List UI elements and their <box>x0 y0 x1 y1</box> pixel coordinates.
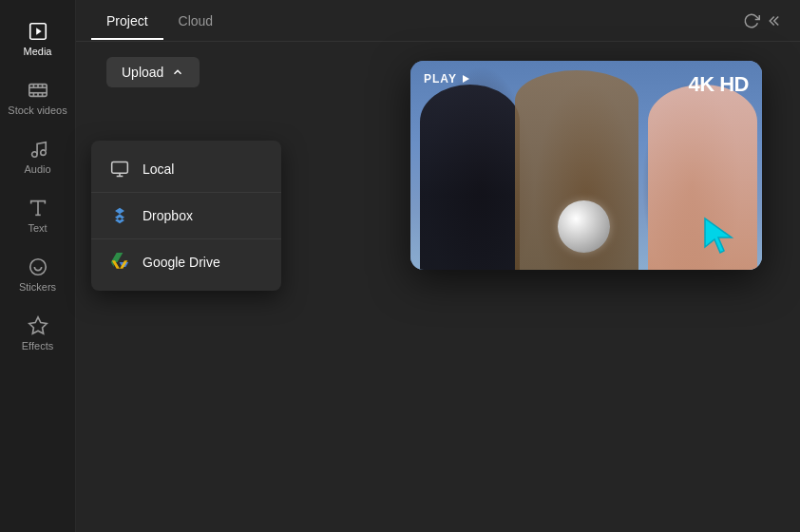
main-panel: Project Cloud Upload <box>76 0 800 532</box>
sidebar-item-text[interactable]: Text <box>0 186 75 245</box>
dropdown-item-dropbox[interactable]: Dropbox <box>91 193 281 239</box>
play-icon <box>461 74 470 84</box>
svg-marker-24 <box>705 218 732 253</box>
play-square-icon <box>28 21 48 42</box>
sidebar: Media Stock videos Audio Text <box>0 0 76 532</box>
sidebar-item-stock-videos[interactable]: Stock videos <box>0 68 75 127</box>
media-label: Media <box>24 46 52 57</box>
tab-project[interactable]: Project <box>91 4 163 40</box>
stickers-icon <box>28 256 48 277</box>
content-area: Upload Local Dropbox <box>76 42 800 532</box>
dropdown-item-google-drive[interactable]: Google Drive <box>91 239 281 285</box>
type-icon <box>28 198 48 218</box>
svg-marker-22 <box>112 260 128 268</box>
dropdown-item-local[interactable]: Local <box>91 146 281 193</box>
stock-videos-label: Stock videos <box>8 104 67 116</box>
play-label: PLAY <box>424 72 470 86</box>
cursor-icon <box>701 215 743 256</box>
tab-actions <box>743 12 785 29</box>
local-label: Local <box>143 162 174 177</box>
sidebar-item-media[interactable]: Media <box>0 10 75 68</box>
monitor-icon <box>110 160 129 179</box>
upload-label: Upload <box>122 65 163 80</box>
svg-point-12 <box>40 150 46 156</box>
text-label: Text <box>28 222 47 234</box>
video-thumbnail: PLAY 4K HD <box>410 61 762 270</box>
dropbox-icon <box>110 206 129 225</box>
tab-bar: Project Cloud <box>76 0 800 42</box>
stickers-label: Stickers <box>19 281 56 293</box>
figure-left <box>420 85 520 270</box>
effects-label: Effects <box>22 340 53 352</box>
svg-point-11 <box>31 152 37 158</box>
sidebar-item-stickers[interactable]: Stickers <box>0 245 75 304</box>
tabs: Project Cloud <box>91 3 228 39</box>
audio-label: Audio <box>24 163 50 175</box>
film-icon <box>28 80 48 101</box>
disco-ball <box>558 200 610 253</box>
refresh-button[interactable] <box>743 12 760 29</box>
chevron-up-icon <box>171 66 184 79</box>
google-drive-label: Google Drive <box>143 255 220 270</box>
upload-dropdown: Local Dropbox Google Drive <box>91 141 281 291</box>
sidebar-item-effects[interactable]: Effects <box>0 304 75 363</box>
effects-icon <box>28 315 48 336</box>
svg-marker-1 <box>36 28 42 34</box>
svg-rect-19 <box>112 162 128 174</box>
upload-button[interactable]: Upload <box>106 57 200 87</box>
collapse-button[interactable] <box>768 12 785 29</box>
svg-point-15 <box>29 259 46 276</box>
cursor-pointer <box>701 215 743 260</box>
dropbox-label: Dropbox <box>143 208 193 223</box>
music-icon <box>28 139 48 160</box>
svg-marker-18 <box>29 317 46 333</box>
google-drive-icon <box>110 253 129 272</box>
tab-cloud[interactable]: Cloud <box>163 4 229 40</box>
quality-badge: 4K HD <box>688 72 749 97</box>
sidebar-item-audio[interactable]: Audio <box>0 127 75 186</box>
svg-marker-23 <box>463 75 469 83</box>
video-card[interactable]: PLAY 4K HD <box>410 61 762 270</box>
